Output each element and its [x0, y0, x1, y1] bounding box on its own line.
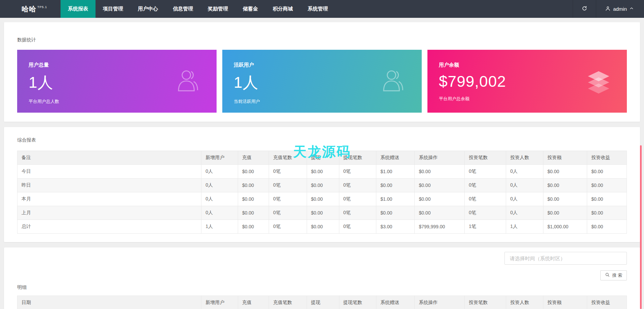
table-cell: 0笔 — [339, 179, 376, 192]
scrollbar-thumb[interactable] — [640, 145, 642, 309]
users-icon — [175, 67, 202, 95]
app-logo[interactable]: 哈哈 TP5.1 — [0, 0, 61, 18]
table-row: 本月0人$0.000笔$0.000笔$1.00$0.000笔0人$0.00$0.… — [17, 192, 627, 206]
date-range-input[interactable] — [504, 252, 627, 265]
column-header: 投资笔数 — [464, 151, 506, 165]
table-cell: $1.00 — [376, 192, 415, 206]
table-row: 昨日0人$0.000笔$0.000笔$0.00$0.000笔0人$0.00$0.… — [17, 179, 627, 192]
table-cell: 0笔 — [464, 179, 506, 192]
layers-icon — [585, 67, 612, 95]
table-cell: $0.00 — [587, 179, 627, 192]
card-caption: 平台用户总余额 — [439, 96, 615, 102]
table-cell: 1笔 — [464, 220, 506, 234]
table-cell: $0.00 — [238, 220, 269, 234]
table-cell: 1人 — [506, 220, 543, 234]
stat-card-2: 活跃用户1人当前活跃用户 — [222, 50, 422, 113]
table-cell: $799,999.00 — [415, 220, 465, 234]
search-button[interactable]: 搜 索 — [600, 270, 627, 280]
table-cell: $0.00 — [238, 192, 269, 206]
table-cell: 0人 — [506, 206, 543, 220]
table-cell: 0笔 — [464, 206, 506, 220]
app-logo-text: 哈哈 — [22, 4, 36, 14]
table-cell: $0.00 — [415, 192, 465, 206]
table-cell: $0.00 — [238, 206, 269, 220]
table-cell: $0.00 — [307, 206, 339, 220]
table-cell: $0.00 — [543, 206, 587, 220]
column-header: 备注 — [17, 151, 201, 165]
table-cell: $3.00 — [376, 220, 415, 234]
refresh-icon — [581, 5, 588, 13]
page-content: 数据统计 用户总量1人平台用户总人数活跃用户1人当前活跃用户用户余额$799,0… — [0, 18, 644, 309]
nav-item-2[interactable]: 项目管理 — [96, 0, 130, 18]
table-cell: 0笔 — [464, 192, 506, 206]
column-header: 系统操作 — [415, 151, 465, 165]
table-cell: $0.00 — [238, 165, 269, 179]
table-cell: 0人 — [506, 165, 543, 179]
column-header: 投资额 — [543, 151, 587, 165]
table-cell: 0人 — [201, 165, 238, 179]
column-header: 充值笔数 — [269, 296, 307, 309]
column-header: 投资额 — [543, 296, 587, 309]
column-header: 系统赠送 — [376, 296, 415, 309]
chevron-up-icon — [629, 6, 634, 12]
table-cell: 0笔 — [339, 220, 376, 234]
table-cell: 上月 — [17, 206, 201, 220]
nav-item-4[interactable]: 信息管理 — [165, 0, 200, 18]
table-cell: 0人 — [506, 192, 543, 206]
nav-item-8[interactable]: 系统管理 — [300, 0, 335, 18]
header-row: 备注新增用户充值充值笔数提现提现笔数系统赠送系统操作投资笔数投资人数投资额投资收… — [17, 151, 627, 165]
column-header: 充值笔数 — [269, 151, 307, 165]
table-cell: $0.00 — [376, 179, 415, 192]
column-header: 新增用户 — [201, 151, 238, 165]
table-cell: $0.00 — [587, 220, 627, 234]
table-row: 总计1人$0.000笔$0.000笔$3.00$799,999.001笔1人$1… — [17, 220, 627, 234]
table-cell: 0笔 — [464, 165, 506, 179]
nav-right: admin — [573, 0, 644, 18]
column-header: 投资笔数 — [464, 296, 506, 309]
table-cell: 今日 — [17, 165, 201, 179]
table-cell: $0.00 — [415, 165, 465, 179]
main-menu: 系统报表项目管理用户中心信息管理奖励管理储蓄金积分商城系统管理 — [61, 0, 573, 18]
table-cell: 0笔 — [339, 165, 376, 179]
table-cell: 昨日 — [17, 179, 201, 192]
stat-card-3: 用户余额$799,002平台用户总余额 — [427, 50, 627, 113]
table-cell: $0.00 — [307, 192, 339, 206]
nav-item-1[interactable]: 系统报表 — [61, 0, 96, 18]
table-cell: $1,000.00 — [543, 220, 587, 234]
table-cell: $0.00 — [543, 179, 587, 192]
nav-item-6[interactable]: 储蓄金 — [235, 0, 265, 18]
column-header: 投资人数 — [506, 151, 543, 165]
nav-item-3[interactable]: 用户中心 — [130, 0, 165, 18]
column-header: 系统赠送 — [376, 151, 415, 165]
nav-item-7[interactable]: 积分商城 — [265, 0, 300, 18]
summary-panel: 天龙源码 综合报表 备注新增用户充值充值笔数提现提现笔数系统赠送系统操作投资笔数… — [4, 127, 640, 242]
table-cell: $0.00 — [587, 165, 627, 179]
table-cell: 0笔 — [269, 165, 307, 179]
table-cell: 0笔 — [269, 206, 307, 220]
column-header: 充值 — [238, 151, 269, 165]
table-row: 上月0人$0.000笔$0.000笔$0.00$0.000笔0人$0.00$0.… — [17, 206, 627, 220]
detail-panel: 搜 索 明细 日期新增用户充值充值笔数提现提现笔数系统赠送系统操作投资笔数投资人… — [4, 247, 640, 309]
table-cell: 本月 — [17, 192, 201, 206]
users-icon — [380, 67, 407, 95]
table-cell: $1.00 — [376, 165, 415, 179]
summary-table: 备注新增用户充值充值笔数提现提现笔数系统赠送系统操作投资笔数投资人数投资额投资收… — [17, 151, 627, 234]
column-header: 投资人数 — [506, 296, 543, 309]
nav-item-5[interactable]: 奖励管理 — [200, 0, 235, 18]
search-icon — [605, 272, 610, 278]
search-button-label: 搜 索 — [612, 272, 622, 278]
column-header: 提现笔数 — [339, 151, 376, 165]
table-cell: 0笔 — [339, 206, 376, 220]
user-menu[interactable]: admin — [596, 0, 644, 18]
column-header: 投资收益 — [587, 151, 627, 165]
table-cell: 0笔 — [269, 192, 307, 206]
user-name: admin — [613, 6, 627, 12]
stats-section-title: 数据统计 — [17, 22, 627, 43]
column-header: 日期 — [17, 296, 201, 309]
table-cell: $0.00 — [238, 179, 269, 192]
table-cell: $0.00 — [307, 220, 339, 234]
user-icon — [605, 6, 611, 12]
refresh-button[interactable] — [573, 0, 596, 18]
app-version-badge: TP5.1 — [37, 5, 47, 9]
detail-section-title: 明细 — [17, 284, 627, 291]
